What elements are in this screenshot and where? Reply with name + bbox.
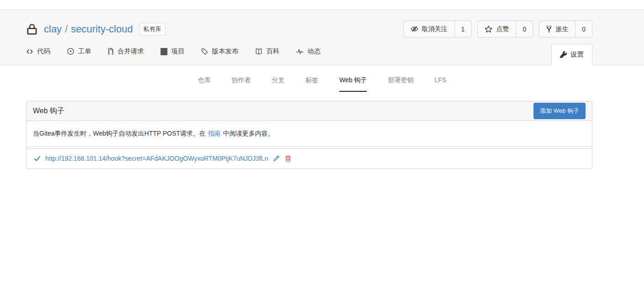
fork-count[interactable]: 0	[575, 21, 592, 37]
tab-activity-label: 动态	[307, 47, 321, 56]
lock-icon	[26, 22, 38, 36]
webhooks-panel-header: Web 钩子 添加 Web 钩子	[26, 101, 592, 121]
trash-icon	[285, 155, 291, 162]
webhooks-panel: Web 钩子 添加 Web 钩子 当Gitea事件发生时，Web钩子自动发出HT…	[26, 101, 592, 169]
tab-releases[interactable]: 版本发布	[201, 47, 238, 65]
tab-settings-label: 设置	[570, 50, 584, 59]
webhooks-description: 当Gitea事件发生时，Web钩子自动发出HTTP POST请求。在指南中阅读更…	[26, 121, 592, 147]
subnav-repository[interactable]: 仓库	[198, 76, 211, 92]
tab-releases-label: 版本发布	[212, 47, 238, 56]
edit-webhook-button[interactable]	[273, 155, 280, 162]
star-label: 点赞	[496, 25, 509, 33]
tab-activity[interactable]: 动态	[296, 47, 321, 65]
guide-link[interactable]: 指南	[208, 130, 221, 137]
tab-issues[interactable]: 工单	[67, 47, 91, 65]
tab-wiki[interactable]: 百科	[255, 47, 280, 65]
subnav-tags[interactable]: 标签	[306, 76, 318, 92]
tab-pull-requests-label: 合并请求	[117, 47, 144, 56]
webhook-list-item: http://192.168.101.14/hook?secret=AFdAKJ…	[26, 149, 592, 168]
wrench-icon	[560, 51, 567, 58]
tag-icon	[201, 48, 208, 55]
tab-pull-requests[interactable]: 合并请求	[108, 47, 144, 65]
description-text-suffix: 中阅读更多内容。	[223, 130, 274, 137]
tab-issues-label: 工单	[78, 47, 91, 56]
subnav-lfs[interactable]: LFS	[434, 76, 446, 92]
fork-button[interactable]: 派生 0	[539, 21, 592, 37]
add-webhook-button[interactable]: 添加 Web 钩子	[533, 103, 586, 119]
repo-title-row: clay / security-cloud 私有库	[26, 10, 592, 37]
private-repo-badge: 私有库	[139, 23, 165, 36]
unwatch-label: 取消关注	[422, 25, 448, 33]
tab-projects[interactable]: 项目	[160, 47, 185, 65]
star-count[interactable]: 0	[516, 21, 533, 37]
watch-count[interactable]: 1	[454, 21, 471, 37]
repo-owner-link[interactable]: clay	[44, 23, 62, 35]
settings-subnav: 仓库 协作者 分支 标签 Web 钩子 部署密钥 LFS	[0, 65, 644, 92]
star-icon	[485, 25, 492, 33]
tab-code-label: 代码	[37, 47, 50, 56]
repo-name-link[interactable]: security-cloud	[71, 23, 133, 35]
repo-header: clay / security-cloud 私有库	[0, 10, 644, 65]
subnav-deploy-keys[interactable]: 部署密钥	[388, 76, 413, 92]
code-icon	[26, 48, 33, 55]
delete-webhook-button[interactable]	[285, 155, 291, 162]
tab-code[interactable]: 代码	[26, 47, 50, 65]
subnav-collaborators[interactable]: 协作者	[232, 76, 251, 92]
star-button[interactable]: 点赞 0	[477, 21, 533, 37]
eye-slash-icon	[411, 25, 418, 33]
tab-wiki-label: 百科	[266, 47, 280, 56]
repo-breadcrumb: clay / security-cloud	[44, 23, 133, 35]
repo-separator: /	[65, 23, 68, 35]
repo-tabs: 代码 工单 合并请求 项目	[26, 44, 592, 65]
project-icon	[160, 48, 168, 55]
issue-icon	[67, 47, 74, 55]
check-icon	[34, 156, 41, 162]
repo-actions: 取消关注 1 点赞 0	[403, 21, 592, 37]
tab-projects-label: 项目	[171, 47, 185, 56]
unwatch-button[interactable]: 取消关注 1	[403, 21, 472, 37]
panel-title: Web 钩子	[33, 106, 64, 116]
pull-request-icon	[108, 47, 114, 55]
subnav-webhooks[interactable]: Web 钩子	[339, 76, 367, 92]
fork-label: 派生	[555, 25, 568, 33]
book-icon	[255, 48, 263, 55]
description-text: 当Gitea事件发生时，Web钩子自动发出HTTP POST请求。在	[33, 130, 206, 137]
pulse-icon	[296, 48, 304, 55]
webhook-url-link[interactable]: http://192.168.101.14/hook?secret=AFdAKJ…	[45, 155, 268, 162]
tab-settings[interactable]: 设置	[551, 44, 592, 65]
subnav-branches[interactable]: 分支	[272, 76, 285, 92]
fork-icon	[546, 25, 552, 33]
top-strip	[0, 0, 644, 10]
pencil-icon	[273, 155, 280, 162]
